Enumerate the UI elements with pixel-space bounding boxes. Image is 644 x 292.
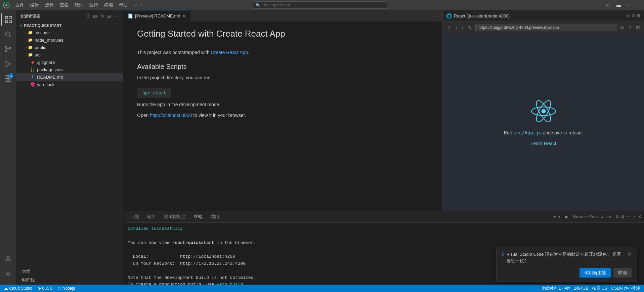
terminal-close-icon[interactable]: ✕: [638, 214, 641, 219]
gitignore-label: .gitignore: [37, 60, 55, 65]
browser-url-input[interactable]: [475, 24, 617, 31]
react-logo: [530, 98, 557, 125]
tree-item-src[interactable]: › 📁 src: [16, 51, 123, 58]
browser-refresh-btn[interactable]: ↻: [467, 24, 473, 31]
menu-edit[interactable]: 编辑: [28, 1, 42, 9]
svg-point-4: [5, 50, 7, 52]
timeline-panel[interactable]: › 时间线: [16, 276, 123, 285]
menu-view[interactable]: 查看: [57, 1, 71, 9]
nav-back[interactable]: ‹: [134, 1, 138, 9]
open-external-icon[interactable]: ↗: [445, 24, 452, 31]
panel-settings-icon[interactable]: ⚙: [637, 13, 641, 18]
search-input[interactable]: [253, 1, 387, 9]
browser-preview-label: Browser Preview Lite: [573, 214, 611, 219]
terminal-tab-problems[interactable]: 问题: [126, 212, 143, 222]
terminal-trash-icon[interactable]: 🗑: [621, 214, 625, 219]
activity-git[interactable]: [1, 42, 15, 56]
terminal-dropdown-btn[interactable]: ∨: [558, 214, 561, 219]
readme-label: README.md: [37, 75, 63, 80]
more-icon[interactable]: ⋯: [633, 2, 641, 8]
status-right: 休眠时间 1 小时 2核4GB 拓展 US CSDN @小蔡沙: [540, 286, 641, 291]
menu-help[interactable]: 帮助: [116, 1, 130, 9]
terminal-tab-ports[interactable]: 端口: [207, 212, 223, 222]
outline-panel[interactable]: › 大纲: [16, 267, 123, 276]
tree-item-package-json[interactable]: { } package.json: [16, 66, 123, 73]
learn-react-link[interactable]: Learn React: [530, 141, 556, 146]
activity-accounts[interactable]: [1, 252, 15, 266]
svg-point-12: [7, 257, 9, 259]
layout-icon[interactable]: ▫: [626, 2, 631, 8]
activity-explorer[interactable]: [1, 13, 15, 26]
panel-toggle-icon[interactable]: ▬: [615, 2, 623, 8]
toast-secondary-btn[interactable]: 取消: [613, 268, 632, 278]
activity-search[interactable]: [1, 28, 15, 41]
browser-help-icon[interactable]: ?: [627, 24, 633, 31]
terminal-more-icon[interactable]: ⋯: [627, 214, 631, 219]
status-sleep-time[interactable]: 休眠时间 1 小时: [540, 286, 571, 291]
compiled-line: Compiled successfully!: [128, 225, 640, 233]
create-react-app-link[interactable]: Create React App: [211, 50, 248, 55]
refresh-icon[interactable]: ↻: [100, 13, 105, 19]
svg-point-14: [541, 109, 546, 114]
tree-item-gitignore[interactable]: ◆ .gitignore: [16, 58, 123, 66]
outline-chevron: ›: [20, 270, 21, 274]
collapse-all-icon[interactable]: ⊟: [106, 13, 112, 19]
status-region[interactable]: 拓展 US: [591, 286, 608, 291]
tree-item-vscode[interactable]: › 📁 .vscode: [16, 29, 123, 36]
menu-file[interactable]: 文件: [13, 1, 27, 9]
global-search: 🔍: [253, 1, 387, 9]
status-user[interactable]: CSDN @小蔡沙: [610, 286, 641, 291]
activity-settings[interactable]: [1, 267, 15, 281]
terminal-blank1: [128, 233, 640, 240]
activity-debug[interactable]: [1, 57, 15, 71]
menu-run[interactable]: 运行: [87, 1, 101, 9]
status-cloud-studio[interactable]: ☁ Cloud Studio: [3, 286, 34, 291]
new-file-icon[interactable]: 🗋: [85, 13, 91, 19]
link-suffix: .: [248, 50, 249, 55]
tab-label: [Preview] README.md: [135, 13, 180, 18]
terminal-tab-output[interactable]: 输出: [143, 212, 160, 222]
terminal-max-icon[interactable]: ∧: [633, 214, 636, 219]
terminal-controls: + ∨ ▶ Browser Preview Lite ⧉ 🗑 ⋯ ∧ ✕: [553, 214, 641, 219]
tree-item-public[interactable]: › 📁 public: [16, 44, 123, 51]
status-errors[interactable]: ⊗ 0 ⚠ 0: [36, 286, 54, 291]
menu-goto[interactable]: 转到: [72, 1, 86, 9]
terminal-split-icon[interactable]: ⧉: [616, 214, 619, 219]
nav-forward[interactable]: ›: [139, 1, 144, 9]
tree-item-yarn-lock[interactable]: 🧶 yarn.lock: [16, 81, 123, 88]
toast-primary-btn[interactable]: 试用新主题: [579, 268, 611, 278]
browser-forward-btn[interactable]: ›: [461, 24, 465, 31]
status-resources[interactable]: 2核4GB: [573, 286, 590, 291]
toast-close-btn[interactable]: ✕: [627, 251, 632, 257]
md-icon: ℹ: [30, 74, 36, 80]
tab-readme-preview[interactable]: 📄 [Preview] README.md ✕: [124, 10, 190, 22]
tab-close-btn[interactable]: ✕: [182, 13, 186, 19]
status-nodejs[interactable]: ⬡ Nodejs: [56, 286, 76, 291]
terminal-add-btn[interactable]: +: [553, 214, 556, 219]
terminal-tab-terminal[interactable]: 终端: [190, 212, 207, 222]
browser-back-btn[interactable]: ‹: [454, 24, 459, 31]
package-json-label: package.json: [37, 67, 63, 72]
folder-icon: 📁: [27, 30, 33, 36]
svg-rect-11: [8, 79, 11, 82]
split-editor-icon[interactable]: ⧉: [632, 13, 635, 18]
project-root[interactable]: ▾ REACT-QUICKSTART: [16, 22, 123, 29]
browser-close-tab-icon[interactable]: ✕: [627, 13, 630, 18]
more-actions-icon[interactable]: ⋯: [113, 13, 119, 19]
menu-select[interactable]: 选择: [42, 1, 56, 9]
tree-item-node-modules[interactable]: › 📁 node_modules: [16, 36, 123, 44]
browser-grid-icon[interactable]: ⊞: [635, 24, 641, 31]
browser-split-icon[interactable]: ⧉: [619, 24, 625, 31]
tab-more-btn[interactable]: ⋯: [432, 13, 442, 19]
menubar: 文件 编辑 选择 查看 转到 运行 终端 帮助 ‹ › 🔍 ▭ ▬ ▫ ⋯: [0, 0, 644, 10]
sidebar-bottom: › 大纲 › 时间线: [16, 267, 123, 285]
file-tree: ▾ REACT-QUICKSTART › 📁 .vscode › 📁 node_…: [16, 22, 123, 267]
activity-extensions[interactable]: 1: [1, 72, 15, 85]
terminal-tab-debug-console[interactable]: 调试控制台: [160, 212, 190, 222]
tree-item-readme[interactable]: ℹ README.md: [16, 73, 123, 81]
new-folder-icon[interactable]: 🗁: [92, 13, 98, 19]
menu-terminal[interactable]: 终端: [101, 1, 116, 9]
localhost-link[interactable]: http://localhost:3000: [150, 113, 192, 118]
sidebar-toggle-icon[interactable]: ▭: [604, 2, 612, 8]
svg-line-2: [9, 36, 11, 37]
